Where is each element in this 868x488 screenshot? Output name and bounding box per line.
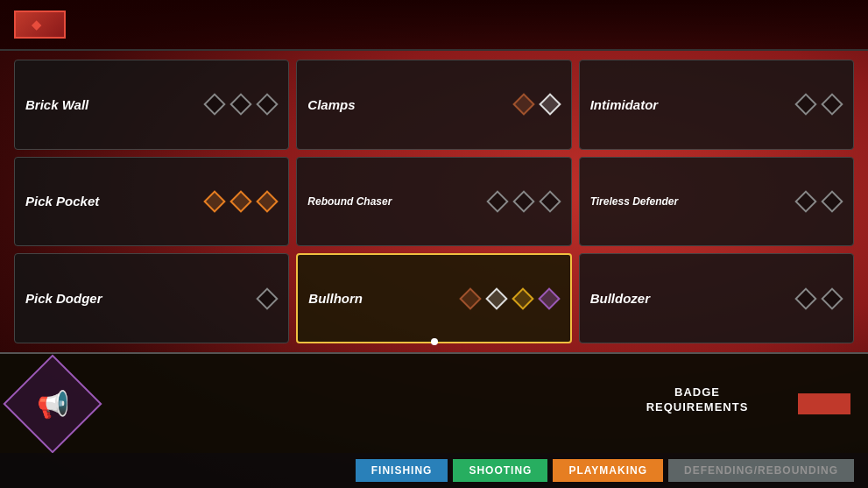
badge-card-tireless-defender[interactable]: Tireless Defender <box>579 157 854 247</box>
badge-icon-bulldozer-1 <box>822 288 843 309</box>
badge-icons-intimidator <box>795 94 843 115</box>
badge-name-pick-pocket: Pick Pocket <box>25 194 113 209</box>
selected-badge-large-icon: 📢 <box>3 354 102 453</box>
nav-tab-finishing[interactable]: FINISHING <box>356 459 448 482</box>
badge-requirements-section: BADGEREQUIREMENTS <box>632 385 763 422</box>
main-content: Brick WallClampsIntimidatorPick PocketRe… <box>0 51 868 352</box>
bottom-panel: 📢 BADGEREQUIREMENTS <box>0 352 868 453</box>
badge-grid: Brick WallClampsIntimidatorPick PocketRe… <box>14 60 854 343</box>
badge-icon-intimidator-0 <box>795 94 816 115</box>
badge-icon-bulldozer-0 <box>795 288 816 309</box>
badge-icons-bullhorn <box>460 288 560 309</box>
badge-card-bulldozer[interactable]: Bulldozer <box>579 253 854 343</box>
badge-icons-pick-pocket <box>204 191 278 212</box>
nav-tab-defending[interactable]: DEFENDING/REBOUNDING <box>668 459 854 482</box>
bullhorn-icon: 📢 <box>37 388 69 419</box>
badge-card-bullhorn[interactable]: Bullhorn <box>296 253 571 343</box>
badge-icon-rebound-chaser-1 <box>513 191 534 212</box>
max-badge <box>14 11 66 39</box>
badge-icon-brick-wall-2 <box>257 94 278 115</box>
selected-badge-info <box>105 401 614 407</box>
badge-icon-bullhorn-1 <box>486 288 507 309</box>
nav-tab-shooting[interactable]: SHOOTING <box>453 459 547 482</box>
badge-icon-tireless-defender-0 <box>795 191 816 212</box>
badge-icon-bullhorn-3 <box>539 288 560 309</box>
badge-icon-clamps-1 <box>540 94 561 115</box>
badge-icon-brick-wall-1 <box>230 94 251 115</box>
badge-name-intimidator: Intimidator <box>590 97 678 112</box>
badge-card-intimidator[interactable]: Intimidator <box>579 60 854 150</box>
badge-icon-tireless-defender-1 <box>822 191 843 212</box>
badge-name-brick-wall: Brick Wall <box>25 97 113 112</box>
badge-icons-rebound-chaser <box>487 191 561 212</box>
top-bar <box>0 0 868 51</box>
dot <box>431 338 438 345</box>
badge-icon-bullhorn-2 <box>512 288 533 309</box>
badge-req-title: BADGEREQUIREMENTS <box>632 385 763 415</box>
badge-icon-pick-dodger-0 <box>257 288 278 309</box>
badge-icon-pick-pocket-2 <box>257 191 278 212</box>
badge-icon-pick-pocket-1 <box>230 191 251 212</box>
badge-icon-rebound-chaser-0 <box>487 191 508 212</box>
selected-badge-icon-wrapper: 📢 <box>18 360 88 448</box>
badge-card-rebound-chaser[interactable]: Rebound Chaser <box>296 157 571 247</box>
badge-card-brick-wall[interactable]: Brick Wall <box>14 60 289 150</box>
badge-icons-tireless-defender <box>795 191 843 212</box>
badge-name-tireless-defender: Tireless Defender <box>590 195 679 208</box>
badge-name-clamps: Clamps <box>307 97 395 112</box>
degrade-button[interactable] <box>798 393 850 414</box>
badge-card-pick-dodger[interactable]: Pick Dodger <box>14 253 289 343</box>
badge-name-pick-dodger: Pick Dodger <box>25 291 113 306</box>
badge-card-pick-pocket[interactable]: Pick Pocket <box>14 157 289 247</box>
badge-icons-pick-dodger <box>257 288 278 309</box>
badge-name-bulldozer: Bulldozer <box>590 291 678 306</box>
badge-icons-clamps <box>513 94 561 115</box>
badge-icons-bulldozer <box>795 288 843 309</box>
dot-indicator <box>431 338 438 345</box>
nav-tab-playmaking[interactable]: PLAYMAKING <box>553 459 663 482</box>
badge-icon-rebound-chaser-2 <box>540 191 561 212</box>
badge-icons-brick-wall <box>204 94 278 115</box>
bottom-nav: FINISHINGSHOOTINGPLAYMAKINGDEFENDING/REB… <box>0 453 868 488</box>
badge-icon-clamps-0 <box>513 94 534 115</box>
badge-name-bullhorn: Bullhorn <box>308 291 396 306</box>
badge-icon-bullhorn-0 <box>460 288 481 309</box>
badge-icon-intimidator-1 <box>822 94 843 115</box>
badge-icon-brick-wall-0 <box>204 94 225 115</box>
badge-name-rebound-chaser: Rebound Chaser <box>307 195 395 208</box>
badge-card-clamps[interactable]: Clamps <box>296 60 571 150</box>
badge-icon-pick-pocket-0 <box>204 191 225 212</box>
